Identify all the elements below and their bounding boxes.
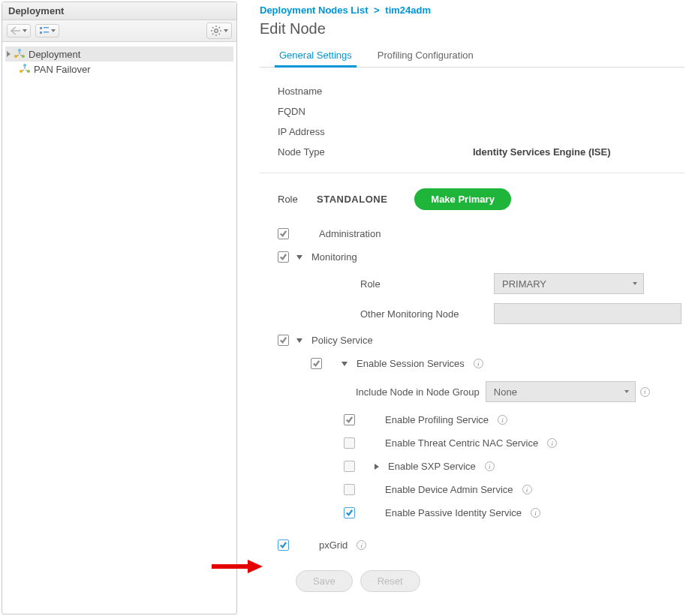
pxgrid-label: pxGrid: [319, 539, 348, 551]
make-primary-button[interactable]: Make Primary: [414, 188, 511, 210]
settings-button[interactable]: [206, 23, 232, 39]
breadcrumb: Deployment Nodes List > tim24adm: [260, 5, 684, 16]
sidebar: Deployment Deployment: [2, 2, 237, 614]
chevron-down-icon: [633, 282, 637, 285]
svg-marker-12: [248, 560, 263, 573]
node-info-section: Hostname FQDN IP Address Node Type Ident…: [260, 68, 684, 173]
info-icon[interactable]: i: [498, 415, 507, 425]
administration-label: Administration: [319, 228, 381, 239]
tree-item-pan-failover[interactable]: PAN Failover: [5, 62, 233, 77]
info-icon[interactable]: i: [547, 438, 557, 448]
tree-view-button[interactable]: [35, 24, 59, 38]
ip-address-label: IP Address: [278, 126, 473, 137]
back-button[interactable]: [7, 24, 31, 38]
info-icon[interactable]: i: [357, 540, 366, 550]
page-title: Edit Node: [260, 20, 684, 38]
sidebar-tree: Deployment PAN Failover: [2, 42, 236, 614]
svg-point-4: [215, 29, 218, 32]
info-icon[interactable]: i: [474, 359, 483, 368]
svg-rect-0: [40, 27, 42, 29]
policy-service-label: Policy Service: [311, 335, 373, 346]
monitoring-label: Monitoring: [311, 251, 357, 263]
tab-general-settings[interactable]: General Settings: [278, 45, 354, 67]
info-icon[interactable]: i: [531, 508, 540, 518]
fqdn-label: FQDN: [278, 106, 473, 117]
svg-rect-1: [44, 27, 49, 29]
role-label: Role: [278, 194, 308, 205]
sidebar-title: Deployment: [2, 2, 236, 20]
chevron-down-icon[interactable]: [341, 362, 348, 366]
breadcrumb-current: tim24adm: [385, 5, 431, 16]
enable-profiling-label: Enable Profiling Service: [385, 414, 489, 425]
breadcrumb-separator: >: [374, 5, 380, 16]
node-icon: [19, 63, 31, 75]
enable-passive-id-checkbox[interactable]: [344, 507, 355, 518]
enable-device-admin-label: Enable Device Admin Service: [385, 484, 513, 495]
save-button[interactable]: Save: [296, 570, 353, 592]
enable-session-label: Enable Session Services: [357, 358, 465, 369]
monitoring-role-label: Role: [360, 278, 488, 290]
administration-checkbox[interactable]: [278, 228, 289, 239]
chevron-down-icon[interactable]: [296, 255, 302, 260]
sidebar-toolbar: [2, 20, 236, 42]
monitoring-checkbox[interactable]: [278, 251, 289, 263]
chevron-right-icon[interactable]: [375, 464, 379, 470]
include-node-select[interactable]: None: [486, 381, 636, 402]
info-icon[interactable]: i: [522, 485, 532, 494]
enable-profiling-checkbox[interactable]: [344, 414, 355, 425]
reset-button[interactable]: Reset: [360, 570, 420, 592]
monitoring-role-select[interactable]: PRIMARY: [494, 273, 644, 294]
gear-icon: [210, 25, 222, 37]
enable-device-admin-checkbox[interactable]: [344, 484, 355, 495]
main-panel: Deployment Nodes List > tim24adm Edit No…: [237, 0, 695, 616]
include-node-label: Include Node in Node Group: [356, 386, 480, 398]
monitoring-role-value: PRIMARY: [502, 278, 546, 290]
enable-session-checkbox[interactable]: [311, 358, 322, 369]
tab-profiling-configuration[interactable]: Profiling Configuration: [376, 45, 475, 67]
svg-point-5: [18, 49, 21, 52]
node-type-value: Identity Services Engine (ISE): [473, 146, 611, 158]
breadcrumb-root[interactable]: Deployment Nodes List: [260, 5, 368, 16]
svg-rect-2: [40, 32, 42, 34]
attention-arrow-icon: [210, 558, 263, 575]
enable-sxp-checkbox[interactable]: [344, 461, 355, 472]
chevron-down-icon: [51, 29, 56, 32]
pxgrid-checkbox[interactable]: [278, 539, 289, 551]
chevron-down-icon: [224, 29, 228, 32]
tabs: General Settings Profiling Configuration: [260, 45, 684, 68]
other-monitoring-label: Other Monitoring Node: [360, 308, 488, 320]
enable-sxp-label: Enable SXP Service: [388, 461, 476, 472]
expand-icon[interactable]: [7, 51, 11, 57]
tree-item-label: Deployment: [29, 49, 80, 60]
role-section: Role STANDALONE Make Primary Administrat…: [260, 173, 684, 596]
chevron-down-icon: [23, 29, 27, 32]
chevron-down-icon: [624, 390, 629, 393]
role-value: STANDALONE: [317, 194, 387, 205]
svg-point-8: [23, 64, 26, 67]
info-icon[interactable]: i: [485, 461, 495, 471]
other-monitoring-input[interactable]: [494, 303, 681, 324]
node-type-label: Node Type: [278, 146, 473, 158]
svg-rect-3: [44, 32, 49, 33]
enable-tcnac-label: Enable Threat Centric NAC Service: [385, 437, 538, 449]
node-icon: [14, 48, 26, 60]
info-icon[interactable]: i: [640, 387, 650, 397]
tree-item-label: PAN Failover: [34, 64, 91, 75]
policy-service-checkbox[interactable]: [278, 335, 289, 346]
include-node-value: None: [494, 386, 517, 398]
enable-tcnac-checkbox[interactable]: [344, 437, 355, 449]
hostname-label: Hostname: [278, 86, 473, 97]
tree-item-deployment[interactable]: Deployment: [5, 47, 233, 62]
chevron-down-icon[interactable]: [296, 338, 302, 343]
enable-passive-id-label: Enable Passive Identity Service: [385, 507, 522, 518]
